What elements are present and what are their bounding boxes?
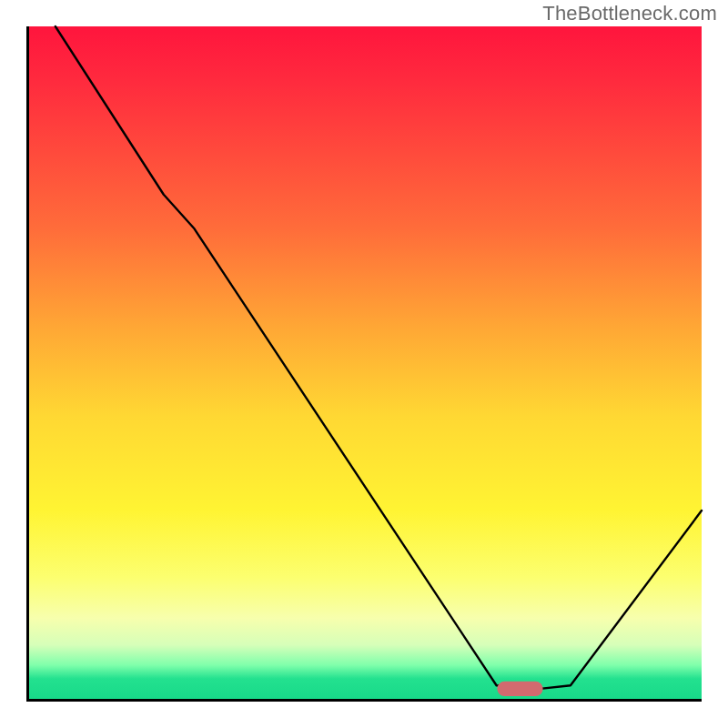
bottleneck-line-chart	[29, 26, 702, 699]
chart-area	[26, 26, 702, 702]
optimal-marker	[497, 682, 542, 696]
watermark-text: TheBottleneck.com	[542, 2, 717, 25]
bottleneck-curve-path	[56, 26, 702, 689]
